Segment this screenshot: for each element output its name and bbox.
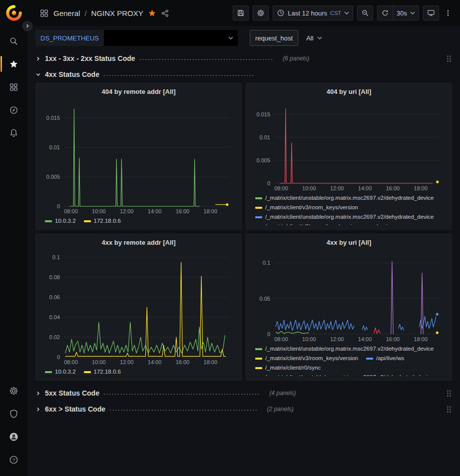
panel-4xx-by-uri-all: 4xx by uri [All]00.050.108:0010:0012:001… — [246, 234, 452, 381]
tv-mode-button[interactable] — [423, 5, 439, 20]
svg-text:12:00: 12:00 — [120, 208, 134, 214]
legend-item[interactable]: /_matrix/client/unstable/org.matrix.msc2… — [255, 194, 434, 202]
panel-legend: 10.0.3.2172.18.0.6 — [41, 366, 236, 376]
row-panel-count: (4 panels) — [269, 390, 296, 397]
time-series-chart[interactable]: 00.020.040.060.080.108:0010:0012:0014:00… — [41, 248, 236, 366]
chart-canvas: 00.0050.010.01508:0010:0012:0014:0016:00… — [251, 97, 447, 192]
svg-text:0.1: 0.1 — [263, 260, 270, 266]
user-avatar — [9, 432, 18, 442]
svg-text:0: 0 — [57, 354, 60, 360]
legend-series-label: /_matrix/client/unstable/org.matrix.msc2… — [265, 213, 434, 221]
chevron-down-icon — [410, 11, 415, 14]
clock-icon — [277, 9, 285, 17]
sidebar-item-explore[interactable] — [3, 99, 25, 121]
request-host-value: All — [306, 34, 313, 42]
row-6xx-status-code[interactable]: 6xx > Status Code ......................… — [35, 402, 452, 417]
sidebar-item-starred[interactable] — [3, 53, 25, 75]
legend-item[interactable]: /api/live/ws — [366, 354, 404, 363]
zoom-out-time-button[interactable] — [357, 5, 373, 20]
panel-legend: 10.0.3.2172.18.0.6 — [41, 215, 236, 225]
zoom-out-icon — [361, 9, 369, 17]
legend-item[interactable]: 10.0.3.2 — [45, 368, 76, 376]
row-4xx-status-code[interactable]: 4xx Status Code ........................… — [35, 67, 452, 82]
legend-item[interactable]: /_matrix/client/v3/room_keys/version — [255, 354, 358, 363]
svg-text:16:00: 16:00 — [176, 359, 190, 365]
sidebar-item-server-admin[interactable] — [3, 403, 25, 425]
admin-shield-icon — [9, 409, 18, 419]
topbar-actions: Last 12 hours CST — [233, 5, 454, 20]
svg-text:16:00: 16:00 — [386, 185, 400, 191]
save-dashboard-button[interactable] — [233, 5, 249, 20]
svg-text:12:00: 12:00 — [120, 359, 134, 365]
legend-item[interactable]: /_matrix/client/v3/room_keys/version — [255, 203, 358, 212]
time-series-chart[interactable]: 00.0050.010.01508:0010:0012:0014:0016:00… — [41, 97, 236, 215]
save-icon — [237, 9, 245, 17]
row-5xx-status-code[interactable]: 5xx Status Code ........................… — [35, 386, 452, 401]
variables-toolbar: DS_PROMETHEUS request_host All — [27, 26, 460, 48]
more-options-button[interactable] — [443, 5, 454, 20]
panel-grid: 404 by remote addr [All]00.0050.010.0150… — [35, 83, 452, 381]
share-icon[interactable] — [161, 9, 169, 17]
datasource-variable-select[interactable] — [104, 30, 238, 46]
sidebar-item-dashboards[interactable] — [3, 76, 25, 98]
legend-series-label: /_matrix/client/unstable/org.matrix.msc2… — [265, 345, 434, 353]
legend-item[interactable]: 10.0.3.2 — [45, 217, 76, 225]
time-series-chart[interactable]: 00.050.108:0010:0012:0014:0016:0018:00 — [251, 248, 447, 343]
dashboard-title[interactable]: NGINX PROXY — [91, 9, 143, 17]
legend-item[interactable]: 172.18.0.6 — [84, 217, 121, 225]
sidebar-item-alerting[interactable] — [3, 122, 25, 144]
legend-item[interactable]: /_matrix/client/unstable/org.matrix.msc2… — [255, 373, 434, 376]
row-panel-count: (2 panels) — [267, 406, 293, 413]
grafana-logo[interactable] — [5, 4, 22, 21]
refresh-button[interactable] — [377, 5, 393, 20]
legend-series-label: /_matrix/client/r0/sync — [265, 364, 321, 372]
time-series-chart[interactable]: 00.0050.010.01508:0010:0012:0014:0016:00… — [251, 97, 447, 192]
panel-4xx-by-remote-addr-all: 4xx by remote addr [All]00.020.040.060.0… — [35, 234, 242, 381]
panel-title[interactable]: 404 by remote addr [All] — [41, 86, 236, 97]
chevron-right-icon — [35, 56, 41, 61]
time-range-picker[interactable]: Last 12 hours CST — [273, 5, 353, 20]
refresh-interval-picker[interactable]: 30s — [393, 5, 419, 20]
breadcrumb-section[interactable]: General — [53, 9, 80, 17]
sidebar-item-profile[interactable] — [3, 426, 25, 448]
panel-title[interactable]: 4xx by uri [All] — [251, 237, 447, 248]
svg-text:0.02: 0.02 — [49, 334, 60, 340]
request-host-variable-select[interactable]: All — [301, 30, 327, 46]
sidebar-item-help[interactable]: ? — [3, 449, 25, 471]
kebab-menu-icon — [444, 9, 452, 17]
datasource-variable-label: DS_PROMETHEUS — [35, 30, 104, 46]
settings-gear-icon — [9, 386, 18, 396]
svg-text:0.1: 0.1 — [52, 254, 60, 260]
legend-item[interactable]: /sw.js — [366, 222, 390, 225]
main-area: General / NGINX PROXY — [27, 0, 460, 476]
svg-text:16:00: 16:00 — [386, 336, 400, 342]
legend-item[interactable]: /_matrix/client/unstable/org.matrix.msc2… — [255, 345, 434, 353]
row-1xx-3xx-2xx-status-code[interactable]: 1xx - 3xx - 2xx Status Code ............… — [35, 51, 452, 66]
legend-item[interactable]: /_matrix/client/unstable/org.matrix.msc2… — [255, 213, 434, 221]
chevron-down-icon — [344, 11, 349, 14]
legend-series-label: /_matrix/client/v3/room_keys/version — [265, 222, 358, 225]
legend-item[interactable]: /_matrix/client/v3/room_keys/version — [255, 222, 358, 225]
legend-item[interactable]: 172.18.0.6 — [84, 368, 121, 376]
legend-series-label: /_matrix/client/v3/room_keys/version — [265, 203, 358, 212]
settings-gear-icon — [257, 9, 265, 17]
dashboard-settings-button[interactable] — [253, 5, 269, 20]
legend-item[interactable]: /_matrix/client/r0/sync — [255, 364, 321, 372]
refresh-interval-label: 30s — [397, 9, 407, 17]
legend-series-marker — [45, 371, 52, 373]
svg-text:10:00: 10:00 — [92, 359, 106, 365]
favorite-star-icon[interactable] — [148, 9, 156, 17]
sidebar-item-search[interactable] — [3, 30, 25, 52]
svg-text:16:00: 16:00 — [176, 208, 190, 214]
row-drag-handle[interactable] — [446, 389, 452, 398]
legend-series-marker — [84, 371, 91, 373]
sidebar-expand-toggle[interactable] — [22, 21, 32, 31]
row-title: 5xx Status Code — [45, 389, 99, 397]
row-drag-handle[interactable] — [446, 54, 452, 63]
star-icon — [9, 59, 18, 69]
sidebar-item-configuration[interactable] — [3, 380, 25, 402]
panel-title[interactable]: 4xx by remote addr [All] — [41, 237, 236, 248]
row-drag-handle[interactable] — [446, 405, 452, 414]
breadcrumb-separator: / — [84, 9, 86, 17]
panel-title[interactable]: 404 by uri [All] — [251, 86, 447, 97]
